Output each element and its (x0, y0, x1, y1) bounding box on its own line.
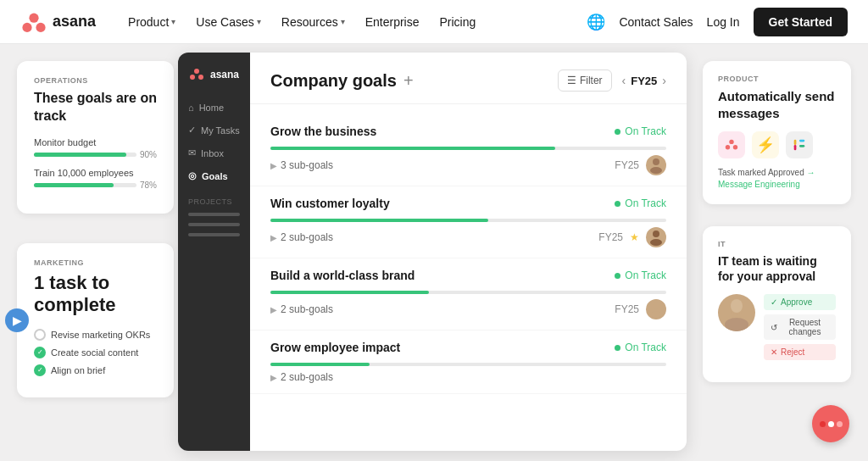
svg-point-10 (653, 303, 659, 309)
it-card: IT IT team is waiting for your approval … (703, 226, 851, 382)
chevron-right-icon: ▶ (270, 233, 277, 242)
task-check-1 (34, 347, 46, 358)
svg-point-11 (650, 311, 662, 318)
task-item-1: Create social content (34, 347, 157, 358)
it-avatar (718, 294, 755, 331)
nav-pricing[interactable]: Pricing (431, 10, 485, 34)
nav-product[interactable]: Product ▾ (120, 10, 184, 34)
svg-point-12 (729, 140, 733, 144)
operations-title: These goals are on track (34, 90, 157, 125)
asana-pink-icon (718, 131, 745, 158)
progress-bar-bg-employees (34, 183, 136, 187)
fab-dot-red (820, 421, 826, 427)
globe-icon[interactable]: 🌐 (587, 13, 605, 31)
goal-status-0: On Track (615, 125, 666, 137)
goal-fy-0: FY25 (615, 159, 639, 171)
modal-title: Company goals (270, 71, 397, 91)
nav-logo[interactable]: asana (20, 8, 96, 36)
goal-subgoals-0[interactable]: ▶ 3 sub-goals (270, 159, 333, 171)
chevron-down-icon: ▾ (171, 17, 175, 26)
sidebar-project-bar-2 (188, 223, 240, 226)
goal-subgoals-3[interactable]: ▶ 2 sub-goals (270, 371, 333, 383)
sidebar-item-inbox[interactable]: ✉ Inbox (178, 142, 250, 164)
task-check-2 (34, 364, 46, 376)
sidebar-project-bar-3 (188, 233, 240, 236)
progress-bar-bg-budget (34, 153, 136, 157)
filter-button[interactable]: ☰ Filter (558, 69, 612, 92)
approve-button[interactable]: ✓ Approve (764, 294, 836, 310)
task-label-2: Align on brief (51, 365, 105, 375)
request-changes-button[interactable]: ↺ Request changes (764, 314, 836, 340)
modal-header: Company goals + ☰ Filter ‹ FY25 › (250, 53, 687, 104)
goal-status-2: On Track (615, 269, 666, 281)
sidebar-logo-icon (188, 66, 205, 83)
task-count: 1 task to complete (34, 272, 157, 317)
nav-links: Product ▾ Use Cases ▾ Resources ▾ Enterp… (120, 10, 587, 34)
svg-point-5 (198, 75, 203, 80)
goal-item-0: Grow the business On Track ▶ 3 sub-goals (250, 114, 687, 186)
tasks-icon: ✓ (188, 125, 196, 136)
svg-point-2 (36, 22, 45, 31)
progress-pct-budget: 90% (140, 150, 157, 159)
operations-card: Operations These goals are on track Moni… (17, 61, 174, 214)
page-background: Operations These goals are on track Moni… (0, 44, 868, 461)
login-link[interactable]: Log In (707, 15, 740, 29)
product-icons-row: ⚡ (718, 131, 836, 158)
progress-label-employees: Train 10,000 employees (34, 168, 157, 178)
svg-point-9 (650, 239, 662, 246)
get-started-button[interactable]: Get Started (754, 8, 848, 36)
sidebar-item-mytasks[interactable]: ✓ My Tasks (178, 119, 250, 142)
chevron-down-icon: ▾ (257, 17, 261, 26)
svg-point-0 (29, 13, 38, 22)
fy-prev-button[interactable]: ‹ (622, 74, 626, 87)
goal-name-0: Grow the business (270, 125, 376, 138)
goal-subgoals-2[interactable]: ▶ 2 sub-goals (270, 303, 333, 315)
goal-avatar-0 (646, 155, 666, 175)
status-dot-0 (615, 129, 620, 135)
svg-point-7 (650, 167, 662, 174)
chevron-down-icon: ▾ (341, 17, 345, 26)
svg-point-14 (733, 145, 737, 149)
reject-button[interactable]: ✕ Reject (764, 344, 836, 360)
add-goal-button[interactable]: + (403, 71, 414, 91)
contact-sales-link[interactable]: Contact Sales (619, 15, 693, 29)
fy-navigation: ‹ FY25 › (622, 74, 666, 87)
svg-point-8 (653, 230, 659, 237)
goal-name-2: Build a world-class brand (270, 269, 415, 282)
sidebar-item-goals[interactable]: ◎ Goals (178, 164, 250, 187)
goal-name-3: Grow employee impact (270, 341, 400, 354)
modal-sidebar: asana ⌂ Home ✓ My Tasks ✉ Inbox ◎ Goals … (178, 53, 250, 451)
goal-subgoals-1[interactable]: ▶ 2 sub-goals (270, 231, 333, 243)
svg-rect-17 (799, 145, 804, 147)
lightning-icon: ⚡ (752, 131, 779, 158)
fy-label: FY25 (631, 75, 657, 87)
task-item-2: Align on brief (34, 364, 157, 376)
navbar: asana Product ▾ Use Cases ▾ Resources ▾ … (0, 0, 868, 44)
chevron-right-icon: ▶ (270, 305, 277, 314)
goal-avatar-1 (646, 227, 666, 247)
svg-rect-18 (794, 140, 797, 145)
fy-next-button[interactable]: › (662, 74, 666, 87)
task-item-0: Revise marketing OKRs (34, 329, 157, 341)
svg-point-4 (190, 75, 195, 80)
goals-icon: ◎ (188, 170, 197, 181)
sidebar-logo: asana (178, 66, 250, 97)
task-check-0 (34, 329, 46, 341)
nav-usecases[interactable]: Use Cases ▾ (187, 10, 269, 34)
company-goals-modal: asana ⌂ Home ✓ My Tasks ✉ Inbox ◎ Goals … (178, 53, 687, 451)
task-label-0: Revise marketing OKRs (51, 330, 150, 340)
nav-resources[interactable]: Resources ▾ (273, 10, 353, 34)
home-icon: ⌂ (188, 103, 194, 113)
progress-label-budget: Monitor budget (34, 137, 157, 147)
refresh-icon: ↺ (771, 323, 777, 332)
it-avatar-row: ✓ Approve ↺ Request changes ✕ Reject (718, 294, 836, 360)
sidebar-item-home[interactable]: ⌂ Home (178, 97, 250, 119)
svg-rect-16 (799, 140, 804, 142)
asana-logo-text: asana (53, 13, 96, 31)
svg-point-6 (653, 158, 659, 165)
product-card: Product Automatically send messages ⚡ Ta… (703, 61, 851, 204)
progress-pct-employees: 78% (140, 181, 157, 190)
nav-enterprise[interactable]: Enterprise (357, 10, 428, 34)
fab-button[interactable] (812, 405, 849, 442)
status-dot-2 (615, 273, 620, 279)
